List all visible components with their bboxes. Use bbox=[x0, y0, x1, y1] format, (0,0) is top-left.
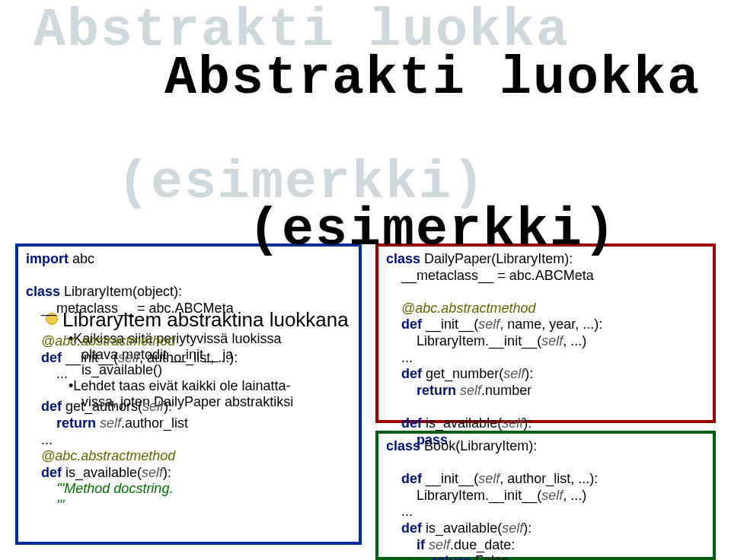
slide-title-line-1: Abstrakti luokkaAbstrakti luokka bbox=[30, 3, 701, 155]
code-book: class Book(LibraryItem): def __init__(se… bbox=[375, 431, 716, 560]
code-libraryitem: import abc class LibraryItem(object): __… bbox=[15, 243, 362, 545]
code-dailypaper: class DailyPaper(LibraryItem): __metacla… bbox=[375, 243, 716, 423]
